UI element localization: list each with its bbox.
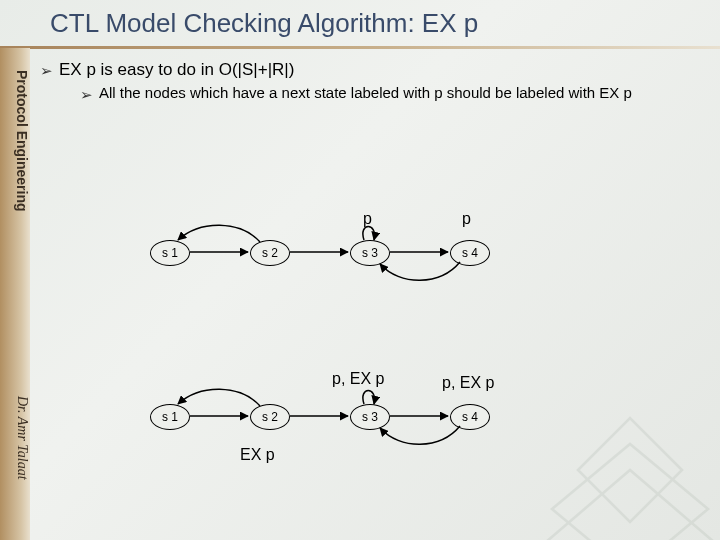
node-s4-top: s 4 (450, 240, 490, 266)
label-p-s4: p (462, 210, 471, 228)
svg-marker-0 (578, 418, 682, 522)
node-s2-top: s 2 (250, 240, 290, 266)
bullet-1-1-text: All the nodes which have a next state la… (99, 84, 632, 103)
node-s3-top: s 3 (350, 240, 390, 266)
bullet-1-1: ➢ All the nodes which have a next state … (80, 84, 700, 105)
label-p-exp-s4: p, EX p (442, 374, 494, 392)
sidebar-author-label: Dr. Amr Talaat (0, 396, 30, 480)
bullet-arrow-icon: ➢ (80, 86, 93, 105)
state-diagram: p p s 1 s 2 s 3 s 4 p, EX p p, EX p s 1 … (120, 190, 580, 510)
bullet-1-text: EX p is easy to do in O(|S|+|R|) (59, 60, 294, 80)
node-s2-bottom: s 2 (250, 404, 290, 430)
slide-title: CTL Model Checking Algorithm: EX p (50, 8, 700, 39)
node-s1-top: s 1 (150, 240, 190, 266)
sidebar-course-label: Protocol Engineering (0, 70, 30, 212)
content-area: ➢ EX p is easy to do in O(|S|+|R|) ➢ All… (40, 60, 700, 109)
node-s4-bottom: s 4 (450, 404, 490, 430)
bullet-1: ➢ EX p is easy to do in O(|S|+|R|) (40, 60, 700, 80)
label-exp-s2: EX p (240, 446, 275, 464)
node-s1-bottom: s 1 (150, 404, 190, 430)
title-underline (0, 46, 720, 49)
label-p-exp-s3: p, EX p (332, 370, 384, 388)
bullet-arrow-icon: ➢ (40, 62, 53, 80)
arrows-bottom (120, 190, 580, 490)
node-s3-bottom: s 3 (350, 404, 390, 430)
label-p-s3: p (363, 210, 372, 228)
